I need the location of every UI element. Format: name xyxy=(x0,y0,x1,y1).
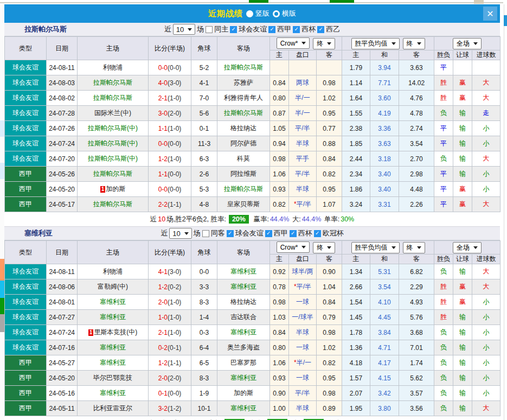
avg-odds-select[interactable]: 胜平负均值 xyxy=(351,38,400,49)
col-type: 类型 xyxy=(5,37,47,60)
col-avg-draw: 和 xyxy=(370,50,399,60)
fulltime-select[interactable]: 全场 xyxy=(453,242,482,253)
avg-draw-cell: 4.45 xyxy=(370,310,399,325)
handicap-cell: 一球 xyxy=(289,295,317,310)
score-cell: 4-0(3-0) xyxy=(149,75,191,91)
handicap-cell: 半球 xyxy=(289,182,317,197)
radio-label: 竖版 xyxy=(255,9,269,18)
team-name: 塞维利亚 xyxy=(24,228,53,238)
score-cell: 3-0(2-0) xyxy=(149,106,191,121)
away-team-cell: 加的斯 xyxy=(217,386,270,401)
table-row: 球会友谊24-08-03拉斯帕尔马斯4-0(3-0)4-1苏雅萨0.84两球0.… xyxy=(5,75,500,91)
corner-cell: 4-1 xyxy=(191,75,217,91)
date-cell: 24-05-27 xyxy=(47,355,78,371)
select-value: Crow* xyxy=(280,40,298,47)
league-checkbox[interactable]: ✓ xyxy=(230,26,237,33)
final-select[interactable]: 终 xyxy=(403,242,425,253)
goals-result-cell: 小 xyxy=(472,355,500,371)
handicap-value: 两球 xyxy=(296,79,309,86)
final-select[interactable]: 终 xyxy=(313,38,335,49)
match-count-select[interactable]: 10 xyxy=(173,24,195,35)
fulltime-score: 1-2 xyxy=(158,155,168,163)
same-venue-checkbox[interactable] xyxy=(202,230,209,237)
league-checkbox[interactable]: ✓ xyxy=(268,26,275,33)
handicap-value: 半球 xyxy=(296,404,309,412)
odds-home-cell: 1.06 xyxy=(270,355,289,371)
scrollbar-fragment[interactable] xyxy=(504,15,507,26)
avg-draw-cell: 4.71 xyxy=(370,340,399,355)
avg-home-cell: 1.36 xyxy=(342,340,370,355)
fulltime-score: 1-2 xyxy=(158,359,168,367)
league-checkbox-label: 欧冠杯 xyxy=(323,228,344,238)
col-let-result: 让球 xyxy=(453,50,472,60)
layout-radio-vertical[interactable]: 竖版 xyxy=(246,9,269,18)
final-select[interactable]: 终 xyxy=(313,242,335,253)
halftime-score: (1-0) xyxy=(168,94,181,102)
fulltime-score: 4-1 xyxy=(158,268,168,276)
avg-draw-value: 4.45 xyxy=(378,314,390,321)
same-venue-checkbox[interactable] xyxy=(206,26,213,33)
home-team-name: 拉斯帕尔马斯 xyxy=(93,200,132,208)
league-cell: 西甲 xyxy=(5,167,47,182)
avg-home-cell: 2.07 xyxy=(342,386,370,401)
result-cell: 胜 xyxy=(434,91,453,106)
date-cell: 24-08-03 xyxy=(47,75,78,91)
goals-result-cell: 大 xyxy=(472,264,500,279)
avg-away-cell: 6.82 xyxy=(399,264,434,279)
dialog-title-bar: 近期战绩 竖版 横版 ✕ xyxy=(4,4,500,23)
corner-cell: 1-4 xyxy=(191,310,217,325)
avg-draw-value: 3.40 xyxy=(378,170,390,178)
goals-result-cell: 小 xyxy=(472,295,500,310)
bookmaker-select[interactable]: Crow* xyxy=(277,241,310,253)
bookmaker-select[interactable]: Crow* xyxy=(277,37,310,49)
result-cell: 平 xyxy=(434,182,453,197)
avg-away-cell: 4.93 xyxy=(399,295,434,310)
fulltime-select[interactable]: 全场 xyxy=(453,38,482,49)
avg-home-cell: 2.66 xyxy=(342,279,370,295)
layout-radio-horizontal[interactable]: 横版 xyxy=(273,9,296,18)
summary-count: 10 xyxy=(158,215,165,223)
match-count-select[interactable]: 10 xyxy=(169,228,191,239)
filter-near-label: 近 xyxy=(164,24,171,34)
handicap-value: 半/一 xyxy=(297,359,311,366)
chevron-down-icon xyxy=(417,42,421,45)
away-team-name: 塞维利亚 xyxy=(230,268,256,275)
goals-result-cell: 小 xyxy=(472,325,500,340)
col-odds-away: 客 xyxy=(317,50,342,60)
league-checkbox[interactable]: ✓ xyxy=(293,26,300,33)
col-home: 主场 xyxy=(78,241,149,264)
corner-cell: 8-3 xyxy=(191,295,217,310)
select-value: Crow* xyxy=(280,244,298,251)
filter-games-label: 场 xyxy=(194,228,201,238)
league-checkbox[interactable]: ✓ xyxy=(317,26,324,33)
date-cell: 24-07-28 xyxy=(47,106,78,121)
corner-cell: 3-3 xyxy=(191,279,217,295)
fulltime-group-header: 全场 xyxy=(434,241,500,254)
halftime-score: (1-0) xyxy=(168,314,181,321)
avg-odds-select[interactable]: 胜平负均值 xyxy=(351,242,400,253)
close-button[interactable]: ✕ xyxy=(483,7,497,21)
fulltime-score: 2-2 xyxy=(158,201,168,208)
home-team-name: 比利亚雷亚尔 xyxy=(93,404,132,412)
league-checkbox[interactable]: ✓ xyxy=(290,230,297,237)
odds-home-cell: 1.03 xyxy=(270,310,289,325)
league-checkbox-label: 西乙 xyxy=(326,24,340,34)
home-team-name: 拉斯帕尔马斯 xyxy=(93,79,132,86)
league-checkbox[interactable]: ✓ xyxy=(265,230,272,237)
result-cell: 负 xyxy=(434,401,453,416)
away-team-name: 塞维利亚 xyxy=(230,283,256,290)
select-value: 终 xyxy=(407,243,413,252)
league-checkbox[interactable]: ✓ xyxy=(314,230,321,237)
league-cell: 球会友谊 xyxy=(5,340,47,355)
final-select[interactable]: 终 xyxy=(403,38,425,49)
avg-away-cell: 4.76 xyxy=(399,91,434,106)
fulltime-score: 2-0 xyxy=(158,374,168,382)
handicap-cell: 一球 xyxy=(289,371,317,386)
league-checkbox[interactable]: ✓ xyxy=(227,230,234,237)
odds-home-cell: 0.82 xyxy=(270,197,289,212)
let-result-cell: 赢 xyxy=(453,295,472,310)
radio-label: 横版 xyxy=(282,9,296,18)
avg-away-cell: 2.70 xyxy=(399,151,434,167)
fulltime-score: 0-0 xyxy=(158,140,168,148)
avg-draw-cell: 3.40 xyxy=(370,182,399,197)
